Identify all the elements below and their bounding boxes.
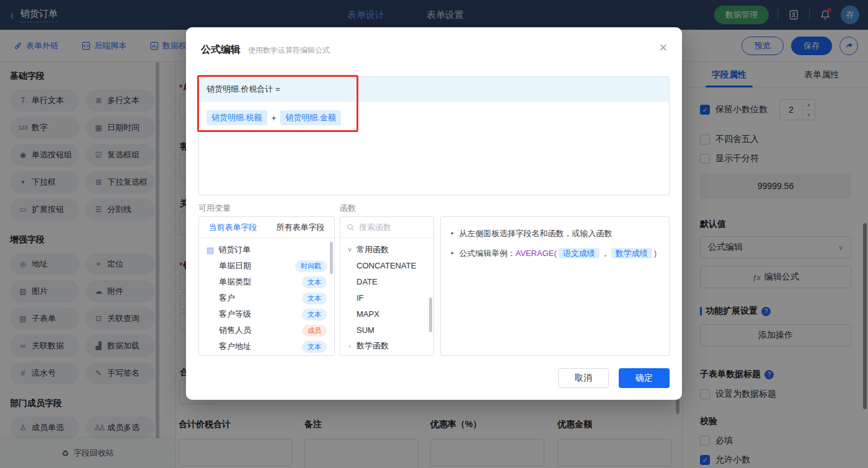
tab-current-form-fields[interactable]: 当前表单字段 — [199, 217, 267, 237]
hints-panel: • 从左侧面板选择字段名和函数，或输入函数 • 公式编辑举例：AVERAGE(语… — [440, 216, 670, 356]
variable-row[interactable]: 客户文本 — [199, 290, 334, 306]
hint-text-2: 公式编辑举例：AVERAGE(语文成绩，数学成绩) — [459, 247, 657, 260]
hint-text-1: 从左侧面板选择字段名和函数，或输入函数 — [459, 227, 613, 240]
modal-title: 公式编辑 — [201, 43, 241, 56]
function-mapx[interactable]: MAPX — [340, 306, 433, 322]
cancel-button[interactable]: 取消 — [558, 368, 609, 388]
formula-target: 销货明细.价税合计 = — [199, 77, 669, 102]
function-if[interactable]: IF — [340, 289, 433, 306]
type-badge: 文本 — [302, 341, 327, 353]
function-group-text[interactable]: › 文本函数 — [340, 353, 433, 356]
function-sum[interactable]: SUM — [340, 322, 433, 338]
chevron-right-icon: › — [347, 342, 353, 350]
example-chip-chinese: 语文成绩 — [559, 248, 600, 258]
bullet: • — [451, 227, 454, 240]
variable-row[interactable]: 单据日期时间戳 — [199, 258, 334, 274]
tab-all-form-fields[interactable]: 所有表单字段 — [267, 217, 334, 237]
form-designer-app: ‹ 销货订单 表单设计 表单设置 数据管理 存 表单外链 — [0, 0, 868, 468]
example-function-name: AVERAGE( — [516, 249, 557, 258]
function-date[interactable]: DATE — [340, 273, 433, 289]
variables-label: 可用变量 — [198, 203, 231, 214]
chevron-down-icon: ∨ — [347, 245, 353, 254]
bullet: • — [451, 247, 454, 260]
variable-row[interactable]: 客户地址文本 — [199, 338, 334, 355]
function-search — [340, 217, 433, 238]
type-badge: 文本 — [302, 293, 327, 304]
function-search-input[interactable] — [359, 223, 421, 232]
function-group-math[interactable]: › 数学函数 — [340, 338, 433, 353]
document-icon: ▤ — [206, 245, 214, 255]
type-badge: 文本 — [302, 309, 327, 320]
example-chip-math: 数学成绩 — [611, 248, 652, 258]
formula-token-tax[interactable]: 销货明细.税额 — [206, 110, 267, 125]
variable-row[interactable]: 销售人员成员 — [199, 322, 334, 338]
close-icon[interactable]: × — [659, 41, 667, 55]
function-group-common[interactable]: ∨ 常用函数 — [340, 242, 433, 257]
type-badge: 时间戳 — [295, 260, 327, 272]
variables-scrollbar[interactable] — [330, 242, 333, 274]
formula-operator: + — [272, 113, 277, 123]
functions-panel: ∨ 常用函数 CONCATENATE DATE IF MAPX SUM › 数学… — [340, 216, 434, 356]
formula-editor-area[interactable]: 销货明细.价税合计 = 销货明细.税额 + 销货明细.金额 — [198, 76, 670, 195]
tree-root-form[interactable]: ▤ 销货订单 — [199, 242, 334, 258]
modal-subtitle: 使用数学运算符编辑公式 — [248, 45, 330, 56]
search-icon — [347, 223, 355, 231]
functions-label: 函数 — [340, 203, 356, 214]
variable-row-partial[interactable] — [199, 355, 334, 356]
variables-panel: 当前表单字段 所有表单字段 ▤ 销货订单 单据日期时间戳 单据类型文本 客户文本… — [198, 216, 335, 356]
formula-token-amount[interactable]: 销货明细.金额 — [280, 110, 341, 125]
variable-row[interactable]: 客户等级文本 — [199, 306, 334, 322]
formula-editor-modal: 公式编辑 使用数学运算符编辑公式 × 销货明细.价税合计 = 销货明细.税额 +… — [186, 27, 682, 400]
function-concatenate[interactable]: CONCATENATE — [340, 257, 433, 273]
functions-scrollbar[interactable] — [429, 298, 432, 332]
confirm-button[interactable]: 确定 — [619, 368, 670, 388]
type-badge: 成员 — [302, 325, 327, 337]
type-badge: 文本 — [302, 276, 327, 288]
variable-row[interactable]: 单据类型文本 — [199, 274, 334, 290]
